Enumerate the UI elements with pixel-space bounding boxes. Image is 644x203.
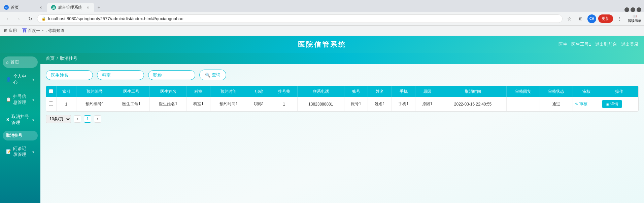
row-booking-no: 预约编号1 xyxy=(76,97,113,111)
lock-icon: 🔒 xyxy=(41,16,46,21)
url-text: localhost:8080/springbooty2577/admin/dis… xyxy=(48,16,183,21)
col-phone: 联系电话 xyxy=(297,86,344,97)
sidebar-registration-label: 挂号信息管理 xyxy=(13,93,30,106)
page-size-select[interactable]: 10条/页 xyxy=(46,115,71,123)
doctor-name-input[interactable] xyxy=(46,70,93,80)
sidebar-item-registration[interactable]: 📋 挂号信息管理 ∨ xyxy=(3,91,38,108)
current-page: 1 xyxy=(84,115,91,123)
cancel-icon: ✖ xyxy=(6,117,9,122)
sidebar-item-inquiry[interactable]: 📝 问诊记录管理 ∨ xyxy=(3,143,38,160)
row-checkbox[interactable] xyxy=(49,102,53,106)
chevron-down-icon: ∨ xyxy=(32,78,34,81)
sidebar-sub-cancel[interactable]: 取消挂号 xyxy=(3,131,38,140)
row-mobile: 手机1 xyxy=(392,97,415,111)
table-header-row: 索引 预约编号 医生工号 医生姓名 科室 预约时间 职称 挂号费 联系电话 账号 xyxy=(46,86,638,97)
search-row: 🔍 查询 xyxy=(46,70,639,80)
row-checkbox-cell xyxy=(46,97,56,111)
new-tab-button[interactable]: + xyxy=(94,3,104,12)
row-index: 1 xyxy=(56,97,76,111)
sidebar-home-label: 首页 xyxy=(10,59,19,65)
header-logout-link[interactable]: 退出登录 xyxy=(621,41,639,47)
bookmark-star-button[interactable]: ☆ xyxy=(565,14,574,24)
col-index: 索引 xyxy=(56,86,76,97)
row-review-status: 通过 xyxy=(540,97,573,111)
reload-button[interactable]: ↻ xyxy=(26,14,35,24)
header-back-link[interactable]: 退出到前台 xyxy=(595,41,617,47)
chevron-down-icon-3: ∨ xyxy=(32,118,34,122)
sidebar-item-personal[interactable]: 👤 个人中心 ∨ xyxy=(3,71,38,88)
breadcrumb-separator: / xyxy=(57,56,58,61)
sidebar-inquiry-label: 问诊记录管理 xyxy=(13,146,30,158)
sidebar-cancel-label: 取消挂号管理 xyxy=(11,114,30,126)
row-review-reply xyxy=(507,97,540,111)
grid-icon: ⊞ xyxy=(4,28,7,33)
col-review-status: 审核状态 xyxy=(540,86,573,97)
select-all-checkbox[interactable] xyxy=(49,89,53,93)
audit-button[interactable]: ✎ 审核 xyxy=(575,101,587,107)
url-field[interactable]: 🔒 localhost:8080/springbooty2577/admin/d… xyxy=(37,14,563,23)
header-user-role[interactable]: 医生 xyxy=(558,41,567,47)
record-icon: 📝 xyxy=(6,149,11,154)
row-account: 账号1 xyxy=(344,97,368,111)
home-icon: ⌂ xyxy=(6,60,8,65)
col-booking-no: 预约编号 xyxy=(76,86,113,97)
col-department: 科室 xyxy=(187,86,210,97)
audit-btn-label: 审核 xyxy=(579,101,587,107)
col-review-reply: 审核回复 xyxy=(507,86,540,97)
row-cancel-time: 2022-03-16 22:40:55 xyxy=(439,97,507,111)
col-account: 账号 xyxy=(344,86,368,97)
bookmark-baidu[interactable]: 百 百度一下，你就知道 xyxy=(21,27,66,34)
forward-button[interactable]: › xyxy=(14,14,24,24)
sidebar: ⌂ 首页 👤 个人中心 ∨ 📋 挂号信息管理 ∨ ✖ 取消挂号管理 ∨ 取消挂号 xyxy=(0,53,40,203)
detail-button[interactable]: ▣ 详情 xyxy=(602,100,622,108)
col-title: 职称 xyxy=(247,86,271,97)
row-doctor-id: 医生工号1 xyxy=(113,97,150,111)
back-button[interactable]: ‹ xyxy=(3,14,12,24)
col-reason: 原因 xyxy=(415,86,439,97)
app-header: 医院信管系统 医生 医生工号1 退出到前台 退出登录 xyxy=(0,36,644,53)
row-audit-cell: ✎ 审核 xyxy=(573,97,600,111)
clipboard-icon: 📋 xyxy=(6,97,11,102)
sidebar-item-cancel-mgmt[interactable]: ✖ 取消挂号管理 ∨ xyxy=(3,111,38,128)
breadcrumb: 首页 / 取消挂号 xyxy=(40,53,644,64)
reading-list-label: 阅读清单 xyxy=(628,18,641,23)
title-input[interactable] xyxy=(148,70,195,80)
bookmark-apps-label: 应用 xyxy=(9,28,17,34)
tab-home-close[interactable]: ✕ xyxy=(38,5,43,10)
sidebar-item-home[interactable]: ⌂ 首页 xyxy=(3,56,38,68)
bookmark-apps[interactable]: ⊞ 应用 xyxy=(3,27,18,34)
search-button[interactable]: 🔍 查询 xyxy=(199,70,226,80)
reading-list-button[interactable]: 📖 阅读清单 xyxy=(628,14,641,23)
tab-admin[interactable]: 后 后台管理系统 ✕ xyxy=(47,3,94,12)
prev-page-button[interactable]: ‹ xyxy=(74,115,81,123)
bookmark-baidu-label: 百度一下，你就知道 xyxy=(28,28,64,34)
menu-button[interactable]: ⋮ xyxy=(615,14,624,24)
app-title: 医院信管系统 xyxy=(298,40,346,49)
user-avatar[interactable]: CA xyxy=(587,14,596,23)
chevron-down-icon-2: ∨ xyxy=(32,98,34,102)
col-checkbox xyxy=(46,86,56,97)
tab-admin-close[interactable]: ✕ xyxy=(86,5,90,10)
row-booking-time: 预约时间1 xyxy=(210,97,247,111)
col-booking-time: 预约时间 xyxy=(210,86,247,97)
table-row: 1 预约编号1 医生工号1 医生姓名1 科室1 预约时间1 职称1 1 1382… xyxy=(46,97,638,111)
col-audit: 审核 xyxy=(573,86,600,97)
chevron-down-icon-4: ∨ xyxy=(32,150,34,154)
next-page-button[interactable]: › xyxy=(94,115,101,123)
row-operation-cell: ▣ 详情 xyxy=(600,97,638,111)
row-phone: 13823888881 xyxy=(297,97,344,111)
extensions-button[interactable]: ⊞ xyxy=(576,14,585,24)
col-doctor-name: 医生姓名 xyxy=(150,86,187,97)
row-doctor-name: 医生姓名1 xyxy=(150,97,187,111)
tab-home[interactable]: G 首页 ✕ xyxy=(0,3,47,12)
department-input[interactable] xyxy=(97,70,144,80)
update-button[interactable]: 更新 xyxy=(598,14,613,23)
header-user-name[interactable]: 医生工号1 xyxy=(571,41,591,47)
detail-icon: ▣ xyxy=(606,102,609,107)
data-table: 索引 预约编号 医生工号 医生姓名 科室 预约时间 职称 挂号费 联系电话 账号 xyxy=(46,86,639,112)
pagination: 10条/页 ‹ 1 › xyxy=(46,112,639,126)
header-user-info: 医生 医生工号1 退出到前台 退出登录 xyxy=(558,41,639,47)
row-fee: 1 xyxy=(271,97,297,111)
breadcrumb-home[interactable]: 首页 xyxy=(46,55,55,62)
search-icon: 🔍 xyxy=(205,73,210,78)
